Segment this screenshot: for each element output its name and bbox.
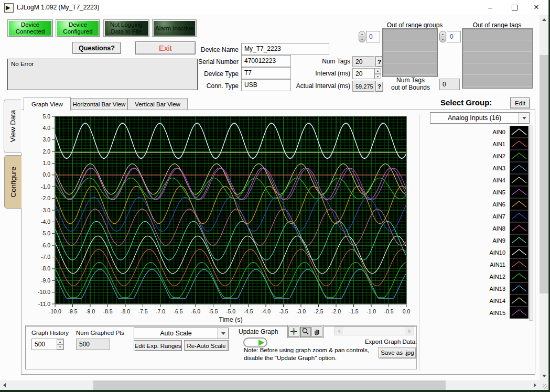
oor-groups-index-field[interactable]: 0: [366, 31, 380, 42]
legend-label: AIN13: [489, 286, 505, 292]
graph-history-field[interactable]: 500 ▲▼: [31, 339, 64, 350]
svg-text:5.0: 5.0: [42, 114, 50, 119]
spin-up-icon[interactable]: ▲: [374, 68, 381, 74]
tab-horizontal-bar-view[interactable]: Horizontal Bar View: [71, 98, 127, 110]
re-auto-scale-button[interactable]: Re-Auto Scale: [184, 340, 229, 351]
save-jpg-button[interactable]: Save as .jpg: [379, 347, 416, 358]
svg-text:-5.0: -5.0: [41, 230, 50, 236]
scroll-down-icon[interactable]: [540, 371, 548, 380]
device-name-field[interactable]: My_T7_2223: [241, 43, 329, 55]
scale-mode-dropdown[interactable]: Auto Scale: [134, 328, 229, 339]
legend-swatch: [510, 222, 529, 234]
title-bar[interactable]: ▶ LJLogM 1.092 (My_T7_2223): [0, 0, 548, 15]
tab-configure[interactable]: Configure: [4, 155, 21, 209]
scroll-right-icon[interactable]: [531, 380, 540, 390]
resize-corner[interactable]: [540, 380, 548, 390]
legend-swatch: [510, 198, 529, 210]
svg-text:-3.5: -3.5: [278, 308, 288, 314]
legend-label: AIN4: [493, 177, 505, 183]
oor-groups-spinner[interactable]: ▲▼: [359, 31, 365, 42]
svg-text:-4.5: -4.5: [243, 308, 253, 314]
oor-tags-spinner[interactable]: ▲▼: [439, 31, 446, 42]
legend-item-AIN2[interactable]: AIN2: [461, 150, 529, 162]
alarm-status-button[interactable]: Alarm Inactive: [152, 19, 197, 37]
device-configured-button[interactable]: Device Configured: [56, 19, 100, 37]
oor-tags-listbox[interactable]: [462, 28, 533, 89]
legend-item-AIN5[interactable]: AIN5: [461, 186, 529, 198]
spin-up-icon[interactable]: ▲: [57, 339, 63, 344]
maximize-icon[interactable]: [502, 0, 526, 15]
oor-groups-listbox[interactable]: [382, 28, 438, 77]
svg-text:-10.0: -10.0: [38, 289, 50, 295]
tab-view-data[interactable]: View Data: [4, 100, 21, 153]
waveform-graph[interactable]: -10.0-9.5-9.0-8.5-8.0-7.5-7.0-6.5-6.0-5.…: [29, 114, 417, 325]
legend-item-AIN13[interactable]: AIN13: [461, 282, 529, 295]
device-connected-button[interactable]: Device Connected: [7, 19, 53, 37]
oor-tags-index-field[interactable]: 0: [447, 31, 461, 42]
spin-down-icon[interactable]: ▼: [57, 344, 63, 350]
spin-down-icon[interactable]: ▼: [374, 74, 381, 80]
legend-item-AIN3[interactable]: AIN3: [461, 162, 529, 174]
svg-text:-1.0: -1.0: [366, 308, 376, 314]
legend-item-AIN11[interactable]: AIN11: [461, 258, 529, 270]
pan-tool-button[interactable]: [311, 326, 322, 337]
minimize-icon[interactable]: [478, 0, 502, 15]
vertical-scrollbar-thumb[interactable]: [540, 55, 548, 293]
svg-text:-7.5: -7.5: [138, 308, 147, 314]
close-icon[interactable]: [524, 0, 548, 15]
num-tags-field: 20: [352, 56, 374, 67]
zoom-tool-button[interactable]: [300, 326, 311, 337]
scroll-up-icon[interactable]: [540, 15, 548, 24]
legend-item-AIN7[interactable]: AIN7: [461, 210, 529, 222]
crosshair-icon: [290, 328, 298, 335]
legend-item-AIN15[interactable]: AIN15: [461, 307, 529, 319]
edit-exp-ranges-button[interactable]: Edit Exp. Ranges: [134, 340, 182, 351]
legend-swatch: [510, 162, 529, 174]
questions-button[interactable]: Questions?: [72, 42, 121, 54]
actual-interval-help-button[interactable]: ?: [375, 81, 383, 92]
cursor-tool-button[interactable]: [288, 326, 299, 337]
svg-text:1.0: 1.0: [42, 160, 50, 166]
graph-history-label: Graph History: [31, 329, 79, 337]
legend-item-AIN6[interactable]: AIN6: [461, 198, 529, 210]
interval-spinner[interactable]: ▲▼: [374, 68, 381, 79]
waveform-plot[interactable]: -10.0-9.5-9.0-8.5-8.0-7.5-7.0-6.5-6.0-5.…: [29, 114, 417, 325]
svg-text:-9.0: -9.0: [41, 277, 50, 284]
horizontal-scrollbar-thumb[interactable]: [93, 380, 446, 390]
legend-item-AIN4[interactable]: AIN4: [461, 174, 529, 186]
legend-item-AIN8[interactable]: AIN8: [461, 222, 529, 234]
resize-grip-icon: [543, 384, 547, 389]
legend-swatch: [510, 258, 529, 270]
legend-swatch: [510, 210, 529, 222]
interval-field[interactable]: 20: [352, 68, 374, 79]
svg-text:-1.0: -1.0: [41, 183, 50, 190]
svg-text:4.0: 4.0: [42, 125, 50, 131]
scroll-left-icon[interactable]: [0, 380, 9, 390]
svg-text:-8.5: -8.5: [103, 308, 112, 314]
legend-item-AIN12[interactable]: AIN12: [461, 270, 529, 282]
logging-status-button[interactable]: Not Logging Data to File: [103, 19, 149, 37]
graph-palette: [287, 325, 324, 338]
legend-item-AIN14[interactable]: AIN14: [461, 295, 529, 307]
legend-item-AIN1[interactable]: AIN1: [461, 138, 529, 150]
interval-label: Interval (ms): [278, 68, 350, 79]
legend-item-AIN0[interactable]: AIN0: [461, 126, 529, 138]
svg-text:-4.0: -4.0: [261, 308, 271, 314]
legend-swatch: [510, 186, 529, 198]
legend-label: AIN3: [493, 165, 505, 171]
svg-text:0.0: 0.0: [42, 171, 50, 178]
svg-text:-4.0: -4.0: [41, 219, 50, 225]
edit-group-button[interactable]: Edit: [510, 97, 530, 108]
legend-swatch: [510, 234, 529, 246]
legend-label: AIN15: [489, 310, 505, 316]
tab-vertical-bar-view[interactable]: Vertical Bar View: [127, 98, 188, 110]
svg-text:-5.0: -5.0: [226, 308, 235, 314]
legend-item-AIN9[interactable]: AIN9: [461, 234, 529, 246]
group-dropdown[interactable]: Analog Inputs (16): [430, 112, 530, 124]
legend-scrollbar[interactable]: [529, 125, 533, 321]
legend-item-AIN10[interactable]: AIN10: [461, 246, 529, 258]
graph-x-scrollbar: [334, 326, 414, 335]
chevron-down-icon: [218, 328, 228, 339]
tab-graph-view[interactable]: Graph View: [24, 97, 71, 111]
legend-label: AIN5: [493, 189, 505, 195]
